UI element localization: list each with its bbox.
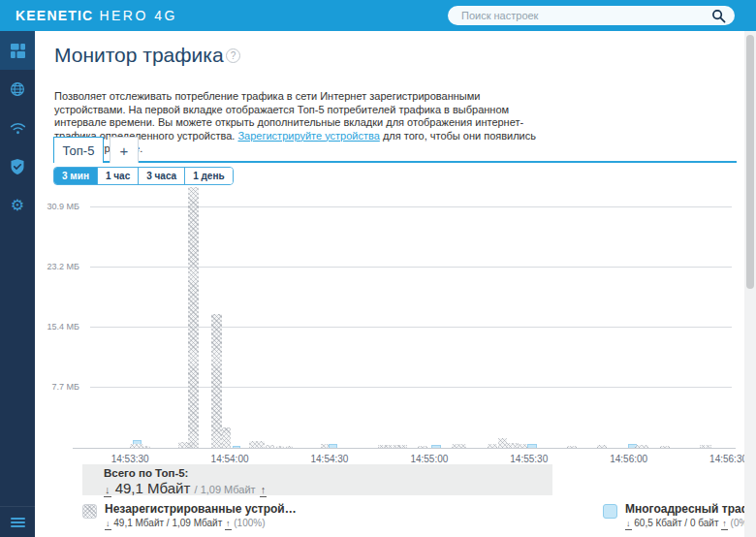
- x-axis-tick-label: 14:55:00: [400, 454, 458, 464]
- x-axis-tick-label: 14:55:30: [500, 454, 558, 464]
- brand-name: KEENETIC: [16, 8, 93, 23]
- upload-icon: ↑: [260, 485, 268, 497]
- help-icon[interactable]: ?: [226, 48, 240, 63]
- traffic-bar: [498, 438, 507, 448]
- hamburger-menu-icon: [11, 518, 25, 527]
- legend-traffic-values: 60,5 Кбайт / 0 байт: [634, 518, 718, 528]
- brand-model: HERO 4G: [99, 8, 177, 23]
- time-range-control: 3 мин 1 час 3 часа 1 день: [53, 167, 234, 185]
- summary-upload: / 1,09 Мбайт: [195, 484, 256, 495]
- tab-underline: [53, 161, 737, 163]
- range-button-1day[interactable]: 1 день: [184, 168, 232, 184]
- legend-traffic: ↓ 60,5 Кбайт / 0 байт ↑ (0%): [625, 518, 756, 530]
- traffic-bar: [133, 440, 142, 444]
- sidebar-item-dashboard[interactable]: [0, 31, 35, 70]
- brand-logo: KEENETICHERO 4G: [16, 8, 177, 23]
- x-axis-tick-label: 14:53:30: [101, 454, 159, 464]
- range-button-1hour[interactable]: 1 час: [97, 168, 138, 184]
- sidebar-menu-toggle[interactable]: [0, 506, 35, 537]
- app-window: KEENETICHERO 4G: [0, 0, 756, 537]
- y-axis-tick-label: 15.4 МБ: [47, 322, 79, 332]
- range-button-3min[interactable]: 3 мин: [54, 168, 97, 184]
- gridline: [90, 387, 732, 388]
- register-devices-link[interactable]: Зарегистрируйте устройства: [237, 130, 379, 142]
- tab-add-button[interactable]: +: [110, 137, 139, 163]
- traffic-summary: Всего по Топ-5: ↓ 49,1 Мбайт / 1,09 Мбай…: [82, 464, 552, 495]
- gridline: [90, 267, 732, 268]
- traffic-bar: [188, 187, 199, 448]
- search-input[interactable]: [448, 6, 735, 25]
- legend-traffic: ↓ 49,1 Мбайт / 1,09 Мбайт ↑ (100%): [105, 518, 297, 530]
- top-header: KEENETICHERO 4G: [0, 0, 756, 31]
- legend-swatch-multicast: [603, 504, 617, 519]
- summary-title: Всего по Топ-5:: [104, 467, 552, 479]
- y-axis-tick-label: 7.7 МБ: [52, 382, 79, 392]
- shield-check-icon: [11, 159, 24, 174]
- scrollbar-thumb[interactable]: [746, 35, 754, 289]
- search-icon[interactable]: [711, 9, 726, 23]
- chart-plot[interactable]: [90, 184, 732, 448]
- legend-label: Незарегистрированные устрой…: [105, 502, 297, 516]
- legend-traffic-values: 49,1 Мбайт / 1,09 Мбайт: [113, 518, 222, 528]
- summary-values: ↓ 49,1 Мбайт / 1,09 Мбайт ↑: [104, 480, 552, 497]
- gear-icon: ⚙: [11, 198, 24, 213]
- legend-item-unregistered[interactable]: Незарегистрированные устрой… ↓ 49,1 Мбай…: [82, 502, 354, 530]
- legend-label: Многоадресный траф…: [625, 502, 756, 516]
- main-content: Монитор трафика ? Позволяет отслеживать …: [35, 31, 744, 537]
- sidebar-item-settings[interactable]: ⚙: [0, 186, 35, 225]
- chart-y-axis: 7.7 МБ15.4 МБ23.2 МБ30.9 МБ: [35, 184, 83, 448]
- sidebar-item-security[interactable]: [0, 147, 35, 186]
- wifi-icon: [10, 122, 26, 135]
- page-title: Монитор трафика: [54, 44, 224, 67]
- download-icon: ↓: [625, 520, 632, 530]
- traffic-bar: [222, 427, 231, 448]
- vertical-scrollbar[interactable]: [744, 31, 756, 537]
- tab-top5[interactable]: Топ-5: [53, 137, 104, 163]
- range-button-3hours[interactable]: 3 часа: [138, 168, 184, 184]
- download-icon: ↓: [105, 520, 111, 530]
- gridline: [90, 327, 732, 328]
- x-axis-tick-label: 14:54:30: [300, 454, 359, 464]
- x-axis-tick-label: 14:54:00: [201, 454, 259, 464]
- upload-icon: ↑: [225, 520, 232, 530]
- sidebar-item-internet[interactable]: [0, 70, 35, 109]
- y-axis-tick-label: 30.9 МБ: [47, 202, 79, 211]
- dashboard-grid-icon: [11, 44, 25, 58]
- upload-icon: ↑: [721, 520, 728, 530]
- legend-percent: (100%): [234, 518, 265, 528]
- download-icon: ↓: [104, 485, 111, 497]
- chart-baseline: [73, 448, 736, 449]
- traffic-bar: [211, 314, 222, 448]
- gridline: [90, 206, 732, 207]
- traffic-bar: [249, 441, 265, 448]
- y-axis-tick-label: 23.2 МБ: [47, 262, 79, 271]
- globe-icon: [10, 81, 25, 97]
- sidebar-nav: ⚙: [0, 31, 35, 537]
- x-axis-tick-label: 14:56:00: [600, 454, 658, 464]
- legend-swatch-unregistered: [82, 504, 97, 519]
- legend-item-multicast[interactable]: Многоадресный траф… ↓ 60,5 Кбайт / 0 бай…: [603, 502, 744, 530]
- summary-download: 49,1 Мбайт: [115, 480, 191, 496]
- sidebar-item-wifi[interactable]: [0, 109, 35, 147]
